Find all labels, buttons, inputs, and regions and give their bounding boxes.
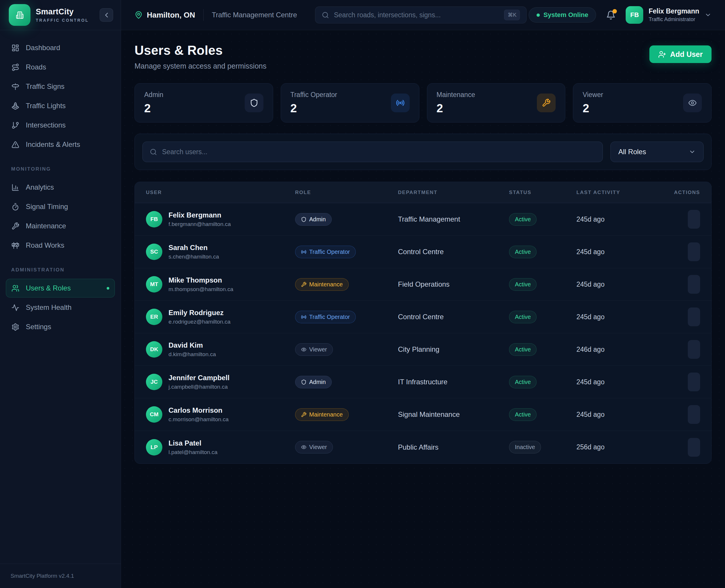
app-root: SmartCity TRAFFIC CONTROL Dashboard Road… — [0, 0, 725, 588]
search-users-input[interactable]: Search users... — [143, 142, 603, 162]
role-badge: Maintenance — [295, 278, 349, 291]
user-name: Lisa Patel — [169, 439, 217, 447]
add-user-button[interactable]: Add User — [649, 45, 711, 63]
card-count: 2 — [582, 102, 603, 115]
sidebar-item-signal-timing[interactable]: Signal Timing — [6, 197, 115, 216]
last-activity: 256d ago — [576, 443, 667, 451]
sidebar-item-label: Maintenance — [26, 222, 66, 230]
centre-name: Traffic Management Centre — [212, 11, 297, 19]
column-header-user: USER — [146, 190, 295, 195]
notification-dot — [613, 9, 617, 14]
sidebar-item-users-roles[interactable]: Users & Roles — [6, 279, 115, 297]
department: Control Centre — [398, 313, 509, 321]
column-header-status: STATUS — [509, 190, 576, 195]
avatar: DK — [146, 341, 162, 358]
row-actions-button[interactable] — [688, 438, 700, 457]
sidebar-item-dashboard[interactable]: Dashboard — [6, 38, 115, 57]
sidebar-item-label: Road Works — [26, 241, 64, 249]
role-filter-select[interactable]: All Roles — [611, 142, 704, 162]
top-bar: Hamilton, ON Traffic Management Centre S… — [121, 0, 725, 30]
card-label: Viewer — [582, 91, 603, 99]
user-email: e.rodriguez@hamilton.ca — [169, 319, 231, 325]
global-search-input[interactable]: Search roads, intersections, signs... ⌘K — [315, 6, 527, 23]
department: Signal Maintenance — [398, 411, 509, 419]
role-badge: Traffic Operator — [295, 311, 356, 323]
avatar: JC — [146, 374, 162, 390]
chevron-left-icon — [103, 11, 110, 19]
role-badge: Maintenance — [295, 408, 349, 421]
row-actions-button[interactable] — [688, 308, 700, 326]
card-count: 2 — [291, 102, 337, 115]
timer-icon — [12, 203, 19, 211]
signpost-icon — [12, 83, 19, 90]
search-users-placeholder: Search users... — [162, 148, 208, 156]
sidebar-item-roads[interactable]: Roads — [6, 58, 115, 77]
brand-name: SmartCity — [36, 7, 94, 16]
radio-icon — [301, 249, 306, 255]
avatar: SC — [146, 244, 162, 260]
user-menu[interactable]: FB Felix Bergmann Traffic Administrator — [626, 6, 711, 24]
table-body: FB Felix Bergmann f.bergmann@hamilton.ca… — [135, 203, 711, 463]
cone-icon — [12, 102, 19, 110]
branch-icon — [12, 121, 19, 129]
sidebar-item-label: System Health — [26, 303, 71, 312]
building-icon — [16, 11, 24, 19]
row-actions-button[interactable] — [688, 405, 700, 424]
app-logo — [9, 4, 30, 26]
card-label: Maintenance — [436, 91, 475, 99]
user-email: f.bergmann@hamilton.ca — [169, 221, 231, 228]
table-header: USER ROLE DEPARTMENT STATUS LAST ACTIVIT… — [135, 182, 711, 203]
last-activity: 245d ago — [576, 215, 667, 223]
role-badge: Viewer — [295, 343, 333, 356]
global-search-placeholder: Search roads, intersections, signs... — [334, 11, 499, 19]
table-row-felix-bergmann: FB Felix Bergmann f.bergmann@hamilton.ca… — [135, 203, 711, 236]
row-actions-button[interactable] — [688, 275, 700, 294]
brand-tagline: TRAFFIC CONTROL — [36, 18, 94, 23]
user-name: Jennifer Campbell — [169, 374, 230, 382]
sidebar-item-traffic-lights[interactable]: Traffic Lights — [6, 97, 115, 115]
table-row-sarah-chen: SC Sarah Chen s.chen@hamilton.ca Traffic… — [135, 236, 711, 268]
table-row-emily-rodriguez: ER Emily Rodriguez e.rodriguez@hamilton.… — [135, 301, 711, 333]
user-name: David Kim — [169, 341, 216, 350]
row-actions-button[interactable] — [688, 373, 700, 391]
notifications-button[interactable] — [606, 10, 616, 20]
role-card-viewer: Viewer 2 — [573, 83, 711, 123]
row-actions-button[interactable] — [688, 210, 700, 229]
role-filter-value: All Roles — [618, 148, 646, 156]
sidebar: SmartCity TRAFFIC CONTROL Dashboard Road… — [0, 0, 121, 588]
status-badge: Active — [509, 311, 537, 323]
sidebar-item-road-works[interactable]: Road Works — [6, 236, 115, 255]
system-status-badge[interactable]: System Online — [529, 7, 596, 23]
sidebar-item-system-health[interactable]: System Health — [6, 298, 115, 317]
sidebar-item-intersections[interactable]: Intersections — [6, 116, 115, 134]
last-activity: 245d ago — [576, 248, 667, 256]
user-name: Carlos Morrison — [169, 406, 229, 415]
last-activity: 245d ago — [576, 313, 667, 321]
wrench-icon — [537, 93, 556, 112]
row-actions-button[interactable] — [688, 340, 700, 359]
activity-icon — [12, 304, 19, 312]
last-activity: 245d ago — [576, 378, 667, 386]
avatar: LP — [146, 439, 162, 456]
sidebar-item-settings[interactable]: Settings — [6, 317, 115, 336]
eye-icon — [683, 93, 702, 112]
row-actions-button[interactable] — [688, 243, 700, 261]
users-table: USER ROLE DEPARTMENT STATUS LAST ACTIVIT… — [134, 182, 711, 464]
search-icon — [150, 148, 157, 156]
card-count: 2 — [144, 102, 163, 115]
barrier-icon — [12, 241, 19, 249]
avatar: ER — [146, 309, 162, 325]
sidebar-item-label: Analytics — [26, 183, 54, 191]
sidebar-item-traffic-signs[interactable]: Traffic Signs — [6, 77, 115, 96]
page-subtitle: Manage system access and permissions — [134, 62, 266, 70]
sidebar-item-incidents-alerts[interactable]: Incidents & Alerts — [6, 135, 115, 154]
sidebar-item-maintenance[interactable]: Maintenance — [6, 217, 115, 235]
dashboard-icon — [12, 44, 19, 52]
user-email: c.morrison@hamilton.ca — [169, 416, 229, 423]
sidebar-item-analytics[interactable]: Analytics — [6, 178, 115, 197]
table-row-lisa-patel: LP Lisa Patel l.patel@hamilton.ca Viewer… — [135, 431, 711, 463]
sidebar-collapse-button[interactable] — [100, 8, 113, 22]
department: Public Affairs — [398, 443, 509, 451]
shield-icon — [301, 379, 306, 385]
shield-icon — [245, 93, 263, 112]
